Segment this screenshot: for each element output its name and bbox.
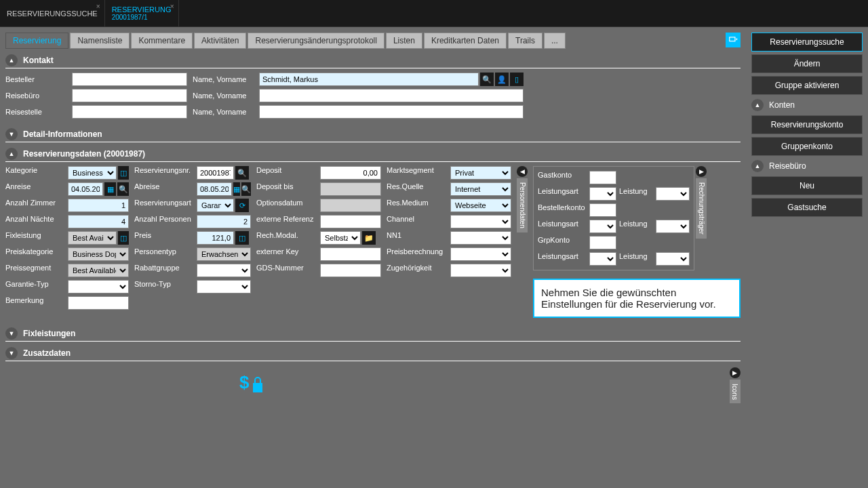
info-icon[interactable]: ◫ <box>118 166 129 180</box>
select-resart[interactable]: Garantier <box>197 199 234 212</box>
input-depositbis[interactable] <box>320 182 381 196</box>
navtab-aenderungsprotokoll[interactable]: Reservierungsänderungsprotokoll <box>248 33 384 49</box>
select-leistung1[interactable] <box>656 187 690 201</box>
select-preiskat[interactable]: Business Dopp <box>68 247 129 261</box>
close-icon[interactable]: × <box>96 3 100 10</box>
input-abreise[interactable] <box>197 182 232 196</box>
btn-reservierungskonto[interactable]: Reservierungskonto <box>751 115 863 134</box>
chevron-down-icon[interactable]: ▼ <box>5 327 18 340</box>
chevron-down-icon[interactable]: ▼ <box>5 347 18 359</box>
select-leistung3[interactable] <box>656 252 690 266</box>
input-anreise[interactable] <box>68 182 103 196</box>
select-fixleistung[interactable]: Best Avai <box>68 231 117 245</box>
arrow-left-icon[interactable]: ◀ <box>517 166 528 177</box>
select-persontyp[interactable]: Erwachsener ( <box>197 247 251 261</box>
navtab-more[interactable]: ... <box>544 33 566 49</box>
select-markt[interactable]: Privat <box>450 166 511 180</box>
input-personen[interactable] <box>197 215 251 228</box>
select-nn1[interactable] <box>450 231 511 245</box>
chevron-down-icon[interactable]: ▼ <box>5 128 18 140</box>
select-leistung2[interactable] <box>656 220 690 233</box>
search-icon[interactable]: 🔍 <box>480 73 494 86</box>
input-bemerkung[interactable] <box>68 296 129 310</box>
search-icon[interactable]: 🔍 <box>117 182 129 196</box>
select-leistungsart1[interactable] <box>589 187 616 201</box>
input-name2[interactable] <box>259 89 524 102</box>
calendar-icon[interactable]: ▦ <box>233 182 240 196</box>
select-preisseg[interactable]: Best Available <box>68 264 129 277</box>
input-bestellerkonto[interactable] <box>589 203 616 217</box>
input-gastkonto[interactable] <box>589 171 616 184</box>
input-reisebuero[interactable] <box>72 89 187 102</box>
vtab-icons[interactable]: Icons <box>730 380 741 404</box>
select-kategorie[interactable]: Business <box>68 166 117 180</box>
input-extref[interactable] <box>320 215 381 228</box>
chevron-up-icon[interactable]: ▲ <box>5 54 18 66</box>
vtab-rechnungstraeger[interactable]: Rechnungsträger <box>696 178 707 239</box>
select-channel[interactable] <box>450 215 511 228</box>
btn-aendern[interactable]: Ändern <box>751 54 863 73</box>
label-resnr: Reservierungsnr. <box>134 166 194 180</box>
arrow-right-icon[interactable]: ▶ <box>696 166 707 177</box>
input-naechte[interactable] <box>68 215 129 228</box>
refresh-icon[interactable]: ⟳ <box>235 199 249 212</box>
arrow-right-icon[interactable]: ▶ <box>730 367 741 378</box>
select-leistungsart2[interactable] <box>589 220 616 233</box>
label-bestellerkonto: Bestellerkonto <box>538 203 587 217</box>
chevron-up-icon[interactable]: ▲ <box>5 148 18 160</box>
input-deposit[interactable] <box>320 166 381 180</box>
select-rabatt[interactable] <box>197 264 251 277</box>
navtab-trails[interactable]: Trails <box>508 33 542 49</box>
input-gds[interactable] <box>320 264 381 277</box>
person-icon[interactable]: 👤 <box>495 73 509 86</box>
page-action-icon[interactable] <box>726 33 741 47</box>
input-extkey[interactable] <box>320 247 381 261</box>
search-icon[interactable]: 🔍 <box>235 166 249 180</box>
btn-neu[interactable]: Neu <box>751 176 863 195</box>
select-garantie[interactable] <box>68 280 129 293</box>
label-nn1: NN1 <box>387 231 448 245</box>
select-rechmod[interactable]: Selbstzal <box>320 231 361 245</box>
label-preisber: Preisberechnung <box>387 247 448 261</box>
input-zimmer[interactable] <box>68 199 129 212</box>
navtab-kreditkarten[interactable]: Kreditkarten Daten <box>424 33 507 49</box>
navtab-aktivitaeten[interactable]: Aktivitäten <box>194 33 246 49</box>
input-name3[interactable] <box>259 105 524 119</box>
input-name1[interactable] <box>259 73 479 86</box>
folder-icon[interactable]: 📁 <box>362 231 376 245</box>
navtab-reservierung[interactable]: Reservierung <box>5 33 68 49</box>
label-bemerkung: Bemerkung <box>5 296 65 310</box>
btn-gruppenkonto[interactable]: Gruppenkonto <box>751 137 863 156</box>
nav-tabs: Reservierung Namensliste Kommentare Akti… <box>5 33 741 49</box>
tab-reservierungssuche[interactable]: RESERVIERUNGSSUCHE × <box>0 0 105 26</box>
select-quelle[interactable]: Internet <box>450 182 511 196</box>
info-icon[interactable]: ◫ <box>118 231 129 245</box>
select-leistungsart3[interactable] <box>589 252 616 266</box>
input-grpkonto[interactable] <box>589 236 616 249</box>
navtab-listen[interactable]: Listen <box>386 33 422 49</box>
btn-gruppe-aktivieren[interactable]: Gruppe aktivieren <box>751 76 863 95</box>
input-besteller[interactable] <box>72 73 187 86</box>
select-zugehoer[interactable] <box>450 264 511 277</box>
device-icon[interactable]: ▯ <box>510 73 524 86</box>
label-reisestelle: Reisestelle <box>5 108 66 116</box>
navtab-kommentare[interactable]: Kommentare <box>131 33 193 49</box>
chevron-up-icon[interactable]: ▲ <box>751 99 764 111</box>
vtab-personendaten[interactable]: Personendaten <box>517 178 528 232</box>
select-storno[interactable] <box>197 280 251 293</box>
input-reisestelle[interactable] <box>72 105 187 119</box>
tab-reservierung[interactable]: RESERVIERUNG 20001987/1 × <box>105 0 179 26</box>
info-icon[interactable]: ◫ <box>235 231 249 245</box>
navtab-namensliste[interactable]: Namensliste <box>70 33 130 49</box>
search-icon[interactable]: 🔍 <box>241 182 251 196</box>
input-resnr[interactable] <box>197 166 234 180</box>
btn-gastsuche[interactable]: Gastsuche <box>751 198 863 217</box>
input-preis[interactable] <box>197 231 234 245</box>
select-medium[interactable]: Webseite <box>450 199 511 212</box>
select-preisber[interactable] <box>450 247 511 261</box>
close-icon[interactable]: × <box>170 3 174 10</box>
chevron-up-icon[interactable]: ▲ <box>751 160 764 172</box>
input-option[interactable] <box>320 199 381 212</box>
btn-reservierungssuche[interactable]: Reservierungssuche <box>751 33 863 52</box>
calendar-icon[interactable]: ▦ <box>104 182 116 196</box>
